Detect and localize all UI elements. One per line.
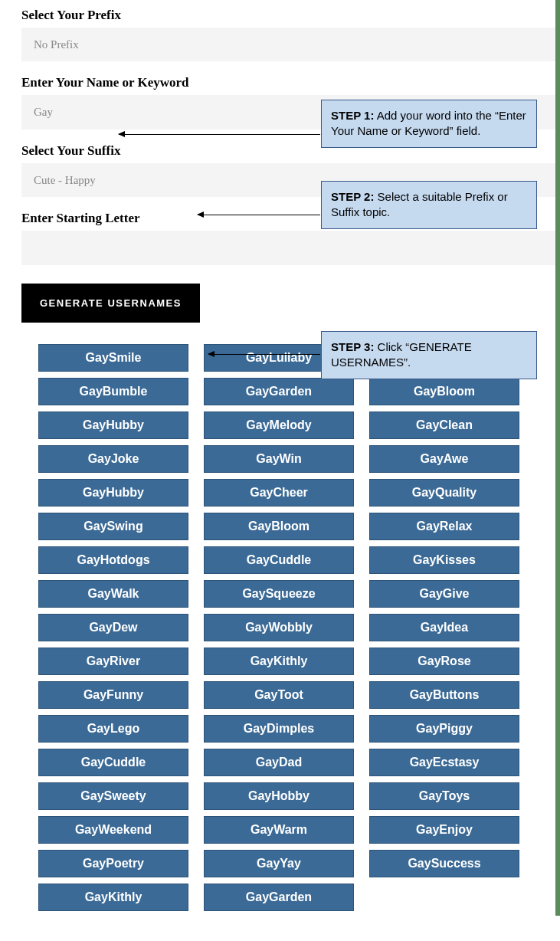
username-result[interactable]: GayDad [204, 749, 354, 776]
username-result[interactable]: GayLego [38, 715, 188, 743]
username-result[interactable]: GayWin [204, 445, 354, 473]
username-result[interactable]: GayWalk [38, 580, 188, 608]
username-result[interactable]: GayBumble [38, 378, 188, 405]
arrow-step3 [208, 354, 320, 355]
username-result[interactable]: GayEcstasy [369, 749, 519, 776]
callout-step2: STEP 2: Select a suitable Prefix or Suff… [321, 181, 537, 229]
username-result[interactable]: GaySqueeze [204, 580, 354, 608]
arrow-step2 [198, 215, 320, 215]
prefix-label: Select Your Prefix [21, 8, 555, 23]
username-result[interactable]: GayYay [204, 850, 354, 877]
username-result[interactable]: GayBloom [369, 378, 519, 405]
username-result[interactable]: GayDimples [204, 715, 354, 743]
username-result[interactable]: GayQuality [369, 479, 519, 507]
username-result[interactable]: GayButtons [369, 681, 519, 709]
callout-step1: STEP 1: Add your word into the “Enter Yo… [321, 100, 537, 148]
username-result[interactable]: GayGarden [204, 378, 354, 405]
username-result[interactable]: GayKithly [38, 884, 188, 911]
arrow-step1 [119, 134, 320, 135]
username-result[interactable]: GayToys [369, 782, 519, 810]
username-result[interactable]: GaySweety [38, 782, 188, 810]
username-result[interactable]: GayCheer [204, 479, 354, 507]
username-result[interactable]: GayClean [369, 411, 519, 439]
username-result[interactable]: GayRelax [369, 513, 519, 540]
username-result[interactable]: GayIdea [369, 614, 519, 641]
username-result[interactable]: GayGive [369, 580, 519, 608]
username-result[interactable]: GayPiggy [369, 715, 519, 743]
username-result[interactable]: GayHubby [38, 411, 188, 439]
prefix-select[interactable]: No Prefix [21, 28, 555, 61]
username-result[interactable]: GayPoetry [38, 850, 188, 877]
username-result[interactable]: GayAwe [369, 445, 519, 473]
username-result[interactable]: GaySwing [38, 513, 188, 540]
username-result[interactable]: GayKithly [204, 648, 354, 675]
username-result[interactable]: GayMelody [204, 411, 354, 439]
starting-letter-input[interactable] [21, 231, 555, 265]
username-result[interactable]: GayFunny [38, 681, 188, 709]
username-result[interactable]: GayToot [204, 681, 354, 709]
generate-usernames-button[interactable]: GENERATE USERNAMES [21, 284, 200, 323]
results-grid: GaySmileGayLullabyGaySimpleGayBumbleGayG… [38, 344, 555, 916]
username-result[interactable]: GayCuddle [204, 546, 354, 574]
username-result[interactable]: GayHubby [38, 479, 188, 507]
username-result[interactable]: GayKisses [369, 546, 519, 574]
username-result[interactable]: GayJoke [38, 445, 188, 473]
username-result[interactable]: GayCuddle [38, 749, 188, 776]
username-result[interactable]: GayRiver [38, 648, 188, 675]
username-result[interactable]: GayRose [369, 648, 519, 675]
callout-step3: STEP 3: Click “GENERATE USERNAMES”. [321, 331, 537, 379]
username-result[interactable]: GayWarm [204, 816, 354, 844]
username-result[interactable]: GayWeekend [38, 816, 188, 844]
username-result[interactable]: GayEnjoy [369, 816, 519, 844]
username-result[interactable]: GayHotdogs [38, 546, 188, 574]
username-result[interactable]: GaySuccess [369, 850, 519, 877]
keyword-label: Enter Your Name or Keyword [21, 75, 555, 90]
username-result[interactable]: GayGarden [204, 884, 354, 911]
username-result[interactable]: GayBloom [204, 513, 354, 540]
username-result[interactable]: GayDew [38, 614, 188, 641]
username-result[interactable]: GaySmile [38, 344, 188, 372]
prefix-field-group: Select Your Prefix No Prefix [21, 8, 555, 61]
username-result[interactable]: GayWobbly [204, 614, 354, 641]
username-result[interactable]: GayHobby [204, 782, 354, 810]
